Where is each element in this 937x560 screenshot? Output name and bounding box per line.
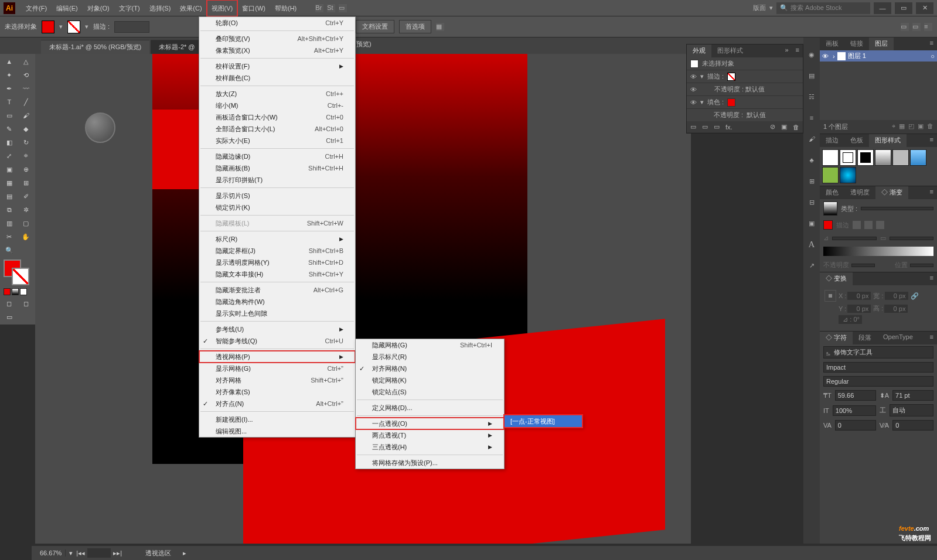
layer-row[interactable]: 👁 › 图层 1 ○ [820,50,937,62]
menu-item[interactable]: 轮廓(O)Ctrl+Y [199,17,355,29]
add-stroke-icon[interactable]: ▭ [702,123,708,131]
doc-tab-1[interactable]: 未标题-1.ai* @ 50% (RGB/预览) [41,40,149,54]
add-effect-icon[interactable]: fx. [725,124,732,131]
menu-item[interactable]: 画板适合窗口大小(W)Ctrl+0 [199,111,355,123]
x-value[interactable]: 0 px [847,292,871,300]
trash-icon[interactable]: 🗑 [927,122,933,131]
swatch[interactable] [840,167,856,183]
mini-sw-none[interactable] [20,288,27,295]
menu-item[interactable]: 对齐网格Shift+Ctrl+" [199,374,355,386]
tracking-input[interactable]: 0 [892,420,933,431]
swatch[interactable] [857,149,874,166]
menu-item[interactable]: 隐藏画板(B)Shift+Ctrl+H [199,162,355,174]
dropdown-icon[interactable]: ▾ [85,23,88,30]
screen-mode[interactable]: ▭ [1,310,18,323]
menu-item[interactable]: 隐藏边角构件(W) [199,296,355,308]
menu-type[interactable]: 文字(T) [114,0,145,16]
symbols-icon[interactable]: ♣ [806,155,817,165]
panel-menu-icon[interactable]: ≡ [926,37,937,50]
panel-menu-icon[interactable]: ≡ [924,23,932,31]
font-style-select[interactable]: Regular [823,376,933,387]
eye-icon[interactable]: 👁 [690,99,697,106]
canvas[interactable] [35,54,691,544]
fill-swatch[interactable] [42,21,54,33]
swatch[interactable] [822,167,839,183]
swatches-tab[interactable]: 色板 [844,134,869,147]
artboards-tab[interactable]: 画板 [820,37,844,50]
menu-item[interactable]: 叠印预览(V)Alt+Shift+Ctrl+Y [199,33,355,45]
menu-item[interactable]: 编辑视图... [199,425,355,437]
menu-item[interactable]: 隐藏边缘(D)Ctrl+H [199,151,355,162]
add-fill-icon[interactable]: ▭ [714,123,720,131]
maximize-button[interactable]: ▭ [895,2,912,14]
symbol-sprayer-tool[interactable]: ✲ [18,203,35,216]
stop-color[interactable] [823,220,833,230]
nav-prev-icon[interactable]: ▾ [66,549,76,557]
link-icon[interactable]: 🔗 [911,292,919,300]
new-layer-icon[interactable]: ▣ [918,122,924,131]
menu-item[interactable]: 隐藏网格(G)Shift+Ctrl+I [356,339,504,351]
menu-item[interactable]: 新建视图(I)... [199,414,355,425]
y-value[interactable]: 0 px [847,305,871,313]
duplicate-icon[interactable]: ▣ [781,123,787,131]
color-guide-icon[interactable]: ☵ [806,91,817,102]
menu-item[interactable]: 缩小(M)Ctrl+- [199,100,355,111]
stroke-panel-icon[interactable]: ≡ [806,112,817,123]
menu-item[interactable]: 一点透视(O)▶ [356,418,504,429]
menu-item[interactable]: 锁定站点(S) [356,386,504,398]
curvature-tool[interactable]: 〰 [18,82,35,95]
panel-menu-icon[interactable]: ≡ [792,45,803,57]
eye-icon[interactable]: 👁 [690,73,697,80]
type-icon[interactable]: A [806,239,817,250]
column-graph-tool[interactable]: ▥ [1,217,18,230]
menu-item[interactable]: 像素预览(X)Alt+Ctrl+Y [199,45,355,56]
swatch[interactable] [840,149,856,166]
leading-input[interactable]: 71 pt [892,390,933,401]
pathfinder-icon[interactable]: ▣ [806,218,817,228]
background-swatch[interactable] [12,268,29,285]
gradient-tab[interactable]: ◇ 渐变 [875,186,908,199]
menu-item[interactable]: 两点透视(T)▶ [356,429,504,441]
menu-item[interactable]: 显示打印拼贴(T) [199,174,355,186]
menu-item[interactable]: 实际大小(E)Ctrl+1 [199,135,355,146]
menu-item[interactable]: 对齐像素(S) [199,386,355,398]
graphic-styles-tab[interactable]: 图形样式 [869,134,907,147]
aspect-input[interactable] [890,237,934,240]
menu-item[interactable]: 将网格存储为预设(P)... [356,457,504,469]
menu-item[interactable]: 锁定切片(K) [199,202,355,213]
clear-icon[interactable]: ⊘ [770,123,775,131]
opacity-input[interactable] [851,264,875,267]
close-button[interactable]: ✕ [916,2,933,14]
menu-item[interactable]: 隐藏文本串接(H)Shift+Ctrl+Y [199,268,355,280]
menu-item[interactable]: 显示切片(S) [199,190,355,202]
h-value[interactable]: 0 px [884,305,908,313]
fill-stroke-swatches[interactable] [1,257,34,286]
menu-item[interactable]: 透视网格(P)▶ [199,351,355,363]
magic-wand-tool[interactable]: ✦ [1,69,18,81]
stock-icon[interactable]: St [327,4,335,12]
stroke-type1-icon[interactable] [853,221,861,229]
swatch[interactable] [875,149,891,166]
swatch[interactable] [892,149,909,166]
trash-icon[interactable]: 🗑 [793,124,799,131]
gradient-preview[interactable] [823,202,837,216]
free-transform-tool[interactable]: ▣ [1,163,18,176]
stroke-swatch[interactable] [67,21,80,33]
panel-option-icon[interactable]: ▭ [912,23,921,31]
layout-label[interactable]: 版面 [753,4,766,12]
menu-item[interactable]: 定义网格(D)... [356,402,504,414]
locate-icon[interactable]: ⌖ [892,122,895,131]
type-tool[interactable]: T [1,95,18,108]
panel-menu-icon[interactable]: ≡ [926,134,937,147]
width-tool[interactable]: ⫩ [18,149,35,162]
artboard-tool[interactable]: ▢ [18,217,35,230]
lasso-tool[interactable]: ⟲ [18,69,35,81]
panel-collapse-icon[interactable]: » [781,45,792,57]
hand-tool[interactable]: ✋ [18,230,35,243]
appearance-opacity-row[interactable]: 👁 不透明度 : 默认值 [687,83,803,96]
make-clip-icon[interactable]: ▦ [899,122,905,131]
paragraph-tab[interactable]: 段落 [853,332,877,344]
menu-item[interactable]: 放大(Z)Ctrl++ [199,88,355,100]
one-point-normal-view[interactable]: [一点-正常视图] [505,415,582,427]
menu-item[interactable]: 全部适合窗口大小(L)Alt+Ctrl+0 [199,123,355,135]
